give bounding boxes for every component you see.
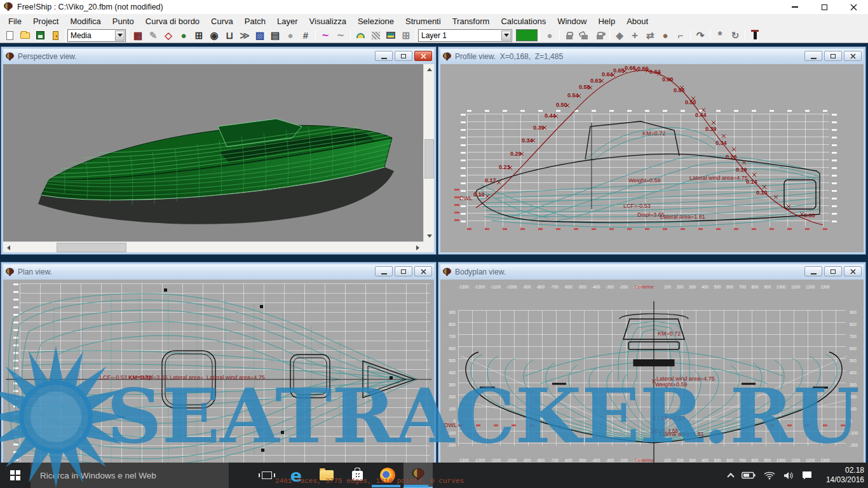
surface-blob-button[interactable]: ● — [283, 29, 298, 43]
taskbar-search-input[interactable]: Ricerca in Windows e nel Web — [31, 463, 229, 488]
menu-item-patch[interactable]: Patch — [239, 15, 271, 27]
tray-expand-icon[interactable] — [727, 473, 734, 480]
action-center-icon[interactable] — [802, 471, 812, 480]
fair-curve-button[interactable]: ↷ — [693, 29, 708, 43]
open-file-button[interactable] — [17, 29, 32, 43]
perspective-canvas[interactable] — [3, 64, 434, 252]
horizontal-scroll-thumb[interactable] — [57, 243, 126, 252]
menu-item-modifica[interactable]: Modifica — [64, 15, 106, 27]
lightning-check-button[interactable]: * — [712, 29, 728, 43]
pane-plan: Plan view. — [1, 262, 436, 472]
save-file-button[interactable] — [32, 29, 48, 43]
project-surface-button[interactable]: ● — [658, 29, 673, 43]
add-point-button[interactable]: + — [627, 29, 642, 43]
start-button[interactable] — [0, 463, 31, 488]
menu-item-project[interactable]: Project — [27, 15, 64, 27]
profile-titlebar[interactable]: Profile view. X=0,168, Z=1,485 — [440, 49, 864, 64]
bodyplan-canvas[interactable]: -1300 -1200 -1100 -1000 -900 -800 -700 -… — [440, 280, 864, 470]
rotate-tool-button[interactable]: ↻ — [728, 29, 743, 43]
bodyplan-titlebar[interactable]: Bodyplan view. — [440, 264, 864, 280]
hull-sections-button[interactable]: ⊔ — [222, 29, 237, 43]
menu-item-selezione[interactable]: Selezione — [352, 15, 400, 27]
menu-item-strumenti[interactable]: Strumenti — [400, 15, 447, 27]
intersections-button[interactable]: # — [298, 29, 313, 43]
app-titlebar[interactable]: Free!Ship : C:\Viko_20.fbm (not modified… — [0, 0, 868, 14]
clock-time: 02.18 — [815, 466, 864, 475]
menu-item-visualizza[interactable]: Visualizza — [304, 15, 352, 27]
pane-title: Profile view. X=0,168, Z=1,485 — [455, 52, 563, 61]
window-maximize-button[interactable] — [810, 0, 839, 14]
grid-options-button[interactable]: ⊞ — [398, 29, 414, 43]
control-net-button[interactable]: ▦ — [130, 29, 146, 43]
pane-minimize-button[interactable] — [375, 51, 393, 61]
curvature-grid-button[interactable]: ⊞ — [191, 29, 207, 43]
taskbar-clock[interactable]: 02.18 14/03/2016 — [815, 463, 864, 488]
vertical-scrollbar[interactable] — [423, 64, 434, 241]
pane-maximize-button[interactable] — [395, 266, 412, 276]
import-export-button[interactable] — [48, 29, 63, 43]
new-curve-button[interactable]: ~ — [318, 29, 333, 43]
perspective-titlebar[interactable]: Perspective view. — [3, 49, 434, 64]
menu-item-punto[interactable]: Punto — [107, 15, 140, 27]
pane-close-button[interactable] — [844, 51, 862, 61]
maximize-icon — [831, 269, 836, 274]
pane-close-button[interactable] — [414, 51, 432, 61]
hook-tool-button[interactable]: ⌐ — [673, 29, 688, 43]
horizontal-scrollbar[interactable] — [3, 241, 423, 252]
lock-all-points-button[interactable] — [592, 29, 607, 43]
window-close-button[interactable] — [839, 0, 868, 14]
wifi-icon[interactable] — [764, 471, 775, 480]
fair-feather-button[interactable]: ✎ — [146, 29, 161, 43]
lock-points-button[interactable] — [562, 29, 577, 43]
menu-item-about[interactable]: About — [621, 15, 654, 27]
freeship-icon — [442, 268, 452, 277]
menu-item-window[interactable]: Window — [552, 15, 592, 27]
calculator-button[interactable]: ▤ — [268, 29, 283, 43]
menu-item-layer[interactable]: Layer — [271, 15, 304, 27]
speaker-icon[interactable] — [783, 471, 794, 480]
edit-curve-button[interactable]: ~ — [333, 29, 348, 43]
hatch-pattern-button[interactable] — [368, 29, 383, 43]
pane-maximize-button[interactable] — [824, 51, 842, 61]
layer-color-swatch[interactable] — [516, 29, 538, 41]
menu-item-transform[interactable]: Transform — [447, 15, 496, 27]
shade-model-button[interactable]: ● — [176, 29, 191, 43]
task-view-icon — [262, 471, 272, 479]
developable-check-button[interactable]: ◇ — [161, 29, 176, 43]
precision-select[interactable]: Media — [67, 29, 126, 42]
profile-canvas[interactable]: 0.100.170.230.290.340.390.440.500.540.58… — [440, 64, 864, 252]
select-surface-button[interactable]: ● — [542, 29, 557, 43]
menu-item-calculations[interactable]: Calculations — [495, 15, 552, 27]
pane-close-button[interactable] — [844, 266, 862, 276]
plan-titlebar[interactable]: Plan view. — [3, 264, 434, 280]
menu-item-curva-di-bordo[interactable]: Curva di bordo — [140, 15, 205, 27]
pane-maximize-button[interactable] — [824, 266, 842, 276]
zebra-globe-button[interactable]: ◉ — [207, 29, 222, 43]
flowlines-button[interactable]: ≫ — [237, 29, 252, 43]
new-file-button[interactable] — [2, 29, 17, 43]
battery-icon[interactable] — [742, 471, 756, 479]
vertical-scroll-thumb[interactable] — [424, 139, 434, 179]
pane-minimize-button[interactable] — [375, 266, 393, 276]
lines-plan-button[interactable] — [383, 29, 398, 43]
mesh-net-button[interactable]: ▨ — [252, 29, 268, 43]
bow-view-button[interactable] — [353, 29, 368, 43]
layer-select[interactable]: Layer 1 — [418, 29, 512, 42]
plan-canvas[interactable]: LCF=-0.53 KM=0.72 Displ=3.65 Lateral are… — [3, 280, 434, 470]
pane-maximize-button[interactable] — [395, 51, 412, 61]
menu-item-help[interactable]: Help — [592, 15, 621, 27]
statusbar-panel-highlight — [372, 485, 400, 487]
pane-close-button[interactable] — [414, 266, 432, 276]
freeship-app-icon — [3, 2, 13, 12]
window-minimize-button[interactable] — [780, 0, 810, 14]
delete-knife-button[interactable] — [747, 29, 763, 43]
unlock-points-button[interactable] — [577, 29, 592, 43]
align-points-button[interactable]: ⇄ — [642, 29, 658, 43]
pane-minimize-button[interactable] — [804, 266, 822, 276]
menu-item-curva[interactable]: Curva — [205, 15, 239, 27]
lcf-label: LCF=-0.53 — [100, 374, 127, 381]
pane-minimize-button[interactable] — [804, 51, 822, 61]
close-icon — [850, 269, 856, 274]
menu-item-file[interactable]: File — [3, 15, 27, 27]
insert-plane-button[interactable]: ◈ — [612, 29, 627, 43]
